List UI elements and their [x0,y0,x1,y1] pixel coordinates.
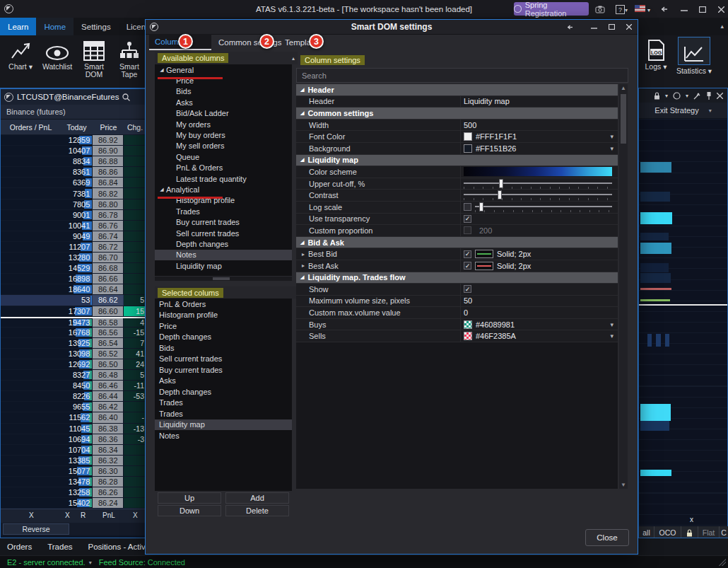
tree-item-notes[interactable]: Notes [155,250,292,260]
tree-item-sell-current-trades[interactable]: Sell current trades [155,228,292,238]
chg-cell[interactable]: -15 [124,328,146,337]
price-cell[interactable]: 86.42 [93,402,123,412]
price-cell[interactable]: 86.64 [93,284,123,294]
selected-item-price[interactable]: Price [155,320,292,332]
dom-row[interactable]: 1040786.90 [1,146,146,156]
today-cell[interactable]: 11562 [61,412,93,422]
setting-value[interactable] [460,166,618,178]
dom-row[interactable]: 1864086.64 [1,284,146,295]
dom-row[interactable]: 1347886.28 [1,477,146,487]
chg-cell[interactable]: 7 [124,338,146,348]
footer-cell-r[interactable]: R [81,511,86,519]
today-cell[interactable]: 18640 [61,284,93,294]
scroll-down-icon[interactable]: ▼ [619,482,628,488]
section-expander-icon[interactable]: ◢ [300,274,304,280]
orders-cell[interactable] [1,274,61,284]
ribbon-collapse-icon[interactable]: ▴ [720,23,724,30]
expander-icon[interactable]: ◢ [158,187,166,192]
price-cell[interactable]: 86.66 [93,274,123,284]
price-cell[interactable]: 86.28 [93,477,123,487]
price-cell[interactable]: 86.80 [93,199,123,209]
checkbox[interactable]: ✓ [464,250,471,258]
delete-button[interactable]: Delete [225,505,289,516]
chg-cell[interactable] [124,498,146,508]
tree-group-analytical[interactable]: ◢Analytical [155,184,292,195]
tree-item-buy-current-trades[interactable]: Buy current trades [155,216,292,227]
today-cell[interactable]: 8450 [61,381,93,390]
dialog-maximize-icon[interactable] [606,22,617,32]
price-cell[interactable]: 86.30 [93,466,123,476]
ribbon-item-log[interactable]: LOGLogs ▾ [640,37,672,86]
setting-value[interactable]: #FFF1F1F1▾ [460,131,618,142]
chg-cell[interactable]: -11 [124,381,146,390]
checkbox[interactable]: ✓ [464,215,471,223]
chg-cell[interactable]: -53 [124,391,146,401]
dom-row[interactable]: 883486.88 [1,156,146,167]
dom-title-bar[interactable]: LTCUSDT@BinanceFutures [1,89,146,105]
orders-cell[interactable] [1,306,61,316]
today-cell[interactable]: 17307 [61,306,93,316]
collapse-icon[interactable]: ▴ [292,55,295,62]
price-cell[interactable]: 86.32 [93,456,123,465]
tree-item-depth-changes[interactable]: Depth changes [155,238,292,249]
close-window-icon[interactable] [713,3,728,16]
dom-row[interactable]: 900186.78 [1,210,146,221]
orders-cell[interactable] [1,402,61,412]
orders-cell[interactable] [1,349,61,359]
setting-value[interactable]: 50 [460,296,618,307]
setting-value[interactable]: #FF151B26▾ [460,143,618,154]
price-cell[interactable]: 86.46 [93,381,123,390]
ribbon-item-stats[interactable]: Statistics ▾ [674,37,715,86]
setting-value[interactable]: ✓ [460,284,618,295]
checkbox[interactable]: ✓ [464,262,471,269]
up-button[interactable]: Up [158,492,221,504]
orders-cell[interactable] [1,210,61,220]
today-cell[interactable]: 9655 [61,402,93,412]
maximize-icon[interactable] [695,3,710,16]
orders-cell[interactable] [1,434,61,444]
selected-item-bids[interactable]: Bids [155,342,292,354]
slider-handle[interactable] [498,190,502,199]
today-cell[interactable]: 8226 [61,391,93,401]
chg-cell[interactable] [124,253,146,262]
chg-cell[interactable] [124,274,146,284]
price-cell[interactable]: 86.86 [93,167,123,177]
today-cell[interactable]: 13098 [61,349,93,359]
today-cell[interactable]: 12692 [61,359,93,369]
selected-item-liquidity-map[interactable]: Liquidity map [155,419,292,431]
tree-item-queue[interactable]: Queue [155,151,292,162]
dom-row[interactable]: 836186.86 [1,167,146,178]
orders-cell[interactable] [1,146,61,156]
close-button[interactable]: Close [585,529,629,546]
price-cell[interactable]: 86.34 [93,445,123,455]
ribbon-item-tree[interactable]: Smart Tape [112,37,147,86]
ribbon-tab-home[interactable]: Home [36,18,74,35]
scroll-up-icon[interactable]: ▲ [619,85,628,91]
dialog-dock-icon[interactable] [565,22,576,32]
bottom-tab-orders[interactable]: Orders [7,543,32,551]
chg-cell[interactable] [124,167,146,177]
status-dropdown-icon[interactable]: ▾ [89,560,92,566]
orders-cell[interactable] [1,370,61,380]
dom-row[interactable]: 1070486.34 [1,445,146,456]
chg-cell[interactable] [124,199,146,209]
dialog-close-icon[interactable] [623,22,635,32]
price-cell[interactable]: 86.74 [93,231,123,241]
down-button[interactable]: Down [158,505,221,516]
today-cell[interactable]: 9049 [61,231,93,241]
close-panel-icon[interactable] [717,93,723,99]
price-cell[interactable]: 86.84 [93,178,123,187]
tools-icon[interactable] [693,92,701,100]
selected-item-sell-current-trades[interactable]: Sell current trades [155,354,292,365]
tree-item-trades[interactable]: Trades [155,206,292,216]
tree-item-my-orders[interactable]: My orders [155,119,292,129]
price-cell[interactable]: 86.36 [93,434,123,444]
dom-row[interactable]: 1689886.66 [1,274,146,284]
orders-cell[interactable] [1,477,61,487]
dom-row[interactable]: 965586.42 [1,402,146,412]
screenshot-camera-icon[interactable] [592,3,608,16]
color-swatch[interactable] [464,332,472,340]
chg-cell[interactable] [124,242,146,252]
ribbon-item-eye[interactable]: Watchlist [40,37,75,86]
tree-item-my-sell-orders[interactable]: My sell orders [155,141,292,151]
